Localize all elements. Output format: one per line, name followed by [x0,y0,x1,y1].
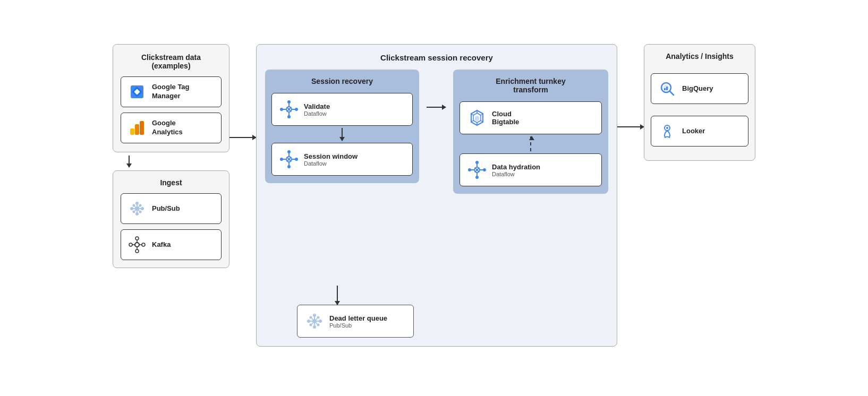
svg-point-40 [280,108,283,111]
svg-rect-95 [664,88,666,90]
bigtable-icon [467,108,487,127]
bigtable-main-label2: Bigtable [492,118,519,126]
kafka-label: Kafka [152,240,171,249]
session-inner-row: Session recovery [265,70,608,276]
looker-icon [658,122,677,141]
validate-box: Validate Dataflow [271,93,413,126]
clickstream-box: Clickstream data (examples) Google [113,44,229,152]
svg-point-52 [295,158,298,161]
svg-point-26 [135,249,139,253]
svg-rect-96 [666,87,668,90]
svg-point-87 [317,324,320,326]
pubsub-icon [127,199,147,218]
pubsub-service-box: Pub/Sub [121,193,222,224]
session-recovery-outer-box: Clickstream session recovery Session rec… [256,44,617,347]
svg-marker-57 [475,116,479,122]
bigtable-main-label: Cloud [492,110,519,118]
session-to-dlq-arrow [337,286,338,305]
analytics-box: Analytics / Insights BigQuery [644,44,755,161]
svg-point-38 [287,100,291,104]
svg-point-41 [295,108,298,111]
full-layout: Clickstream data (examples) Google [113,44,755,352]
svg-point-25 [135,237,139,240]
left-main-arrow [229,137,256,138]
svg-point-27 [129,243,132,246]
bigquery-label: BigQuery [682,84,713,93]
svg-rect-4 [130,128,134,135]
svg-point-78 [307,320,310,323]
dlq-box: Dead letter queue Pub/Sub [297,305,414,338]
svg-line-21 [138,206,139,208]
svg-point-16 [133,204,135,207]
svg-point-49 [287,150,291,153]
svg-point-79 [319,320,322,323]
session-window-main-label: Session window [304,152,358,160]
svg-point-18 [133,211,135,213]
dlq-icon [305,312,324,331]
svg-point-71 [468,168,471,171]
enrichment-title: Enrichment turnkey transform [459,77,602,94]
svg-point-8 [135,202,139,205]
svg-line-88 [312,318,313,320]
dlq-main-label: Dead letter queue [329,314,387,322]
dataflow-hydration-icon [467,160,487,179]
svg-point-28 [142,243,145,246]
left-section: Clickstream data (examples) Google [113,44,229,268]
session-recovery-inner-box: Session recovery [265,70,419,183]
ga-icon [127,118,147,137]
looker-label: Looker [682,127,705,136]
svg-point-86 [310,324,312,326]
dlq-labels: Dead letter queue Pub/Sub [329,314,387,329]
ingest-box: Ingest [113,170,229,268]
svg-point-51 [280,158,283,161]
diagram: Clickstream data (examples) Google [0,0,868,396]
svg-rect-5 [135,124,139,135]
session-recovery-inner-title: Session recovery [271,77,413,85]
hydration-to-bigtable-arrow [459,136,602,151]
svg-point-39 [287,115,291,118]
svg-point-84 [310,316,312,319]
dataflow-validate-icon [279,100,299,119]
clickstream-to-ingest-arrow [129,156,130,167]
validate-labels: Validate Dataflow [304,102,330,117]
validate-main-label: Validate [304,102,330,110]
session-recovery-outer-title: Clickstream session recovery [265,53,608,62]
gtm-service-box: Google TagManager [121,76,222,107]
bigtable-box: Cloud Bigtable [459,101,602,134]
dlq-sub-label: Pub/Sub [329,322,387,329]
enrichment-inner-box: Enrichment turnkey transform [453,70,608,194]
ingest-title: Ingest [121,178,222,187]
svg-point-72 [483,168,486,171]
validate-to-session-arrow [271,128,413,141]
bigquery-service-box: BigQuery [651,73,748,104]
ga-service-box: GoogleAnalytics [121,113,222,143]
session-window-sub-label: Dataflow [304,160,358,167]
hydration-labels: Data hydration Dataflow [492,163,540,177]
svg-point-85 [317,316,320,319]
svg-point-69 [475,161,479,164]
kafka-service-box: Kafka [121,229,222,260]
session-to-enrichment-arrow [427,70,446,108]
analytics-title: Analytics / Insights [651,52,748,61]
dlq-section: Dead letter queue Pub/Sub [265,286,608,338]
svg-point-75 [312,319,317,323]
svg-point-70 [475,176,479,179]
hydration-main-label: Data hydration [492,163,540,171]
svg-line-89 [316,318,317,320]
svg-line-22 [135,210,136,211]
data-hydration-box: Data hydration Dataflow [459,153,602,186]
svg-point-9 [135,212,139,216]
dataflow-session-icon [279,150,299,169]
svg-point-10 [130,207,133,210]
svg-point-17 [139,204,142,207]
pubsub-label: Pub/Sub [152,204,180,213]
gtm-label: Google TagManager [152,83,190,101]
session-window-labels: Session window Dataflow [304,152,358,167]
bigquery-icon [658,79,677,98]
svg-rect-6 [140,121,144,135]
svg-point-19 [139,211,142,213]
left-main-arrow-wrap [229,44,256,352]
svg-line-94 [670,91,674,95]
ga-label: GoogleAnalytics [152,119,183,137]
looker-service-box: Looker [651,116,748,147]
